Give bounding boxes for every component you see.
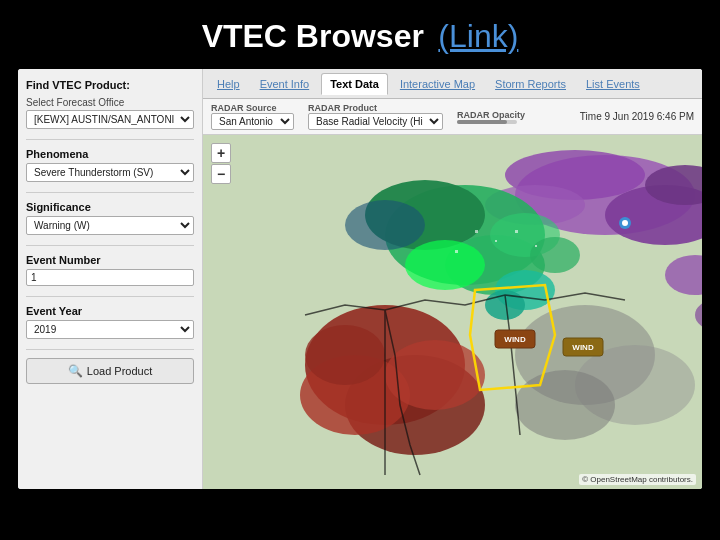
svg-point-20 xyxy=(515,370,615,440)
radar-time: Time 9 Jun 2019 6:46 PM xyxy=(580,111,694,122)
time-value: 9 Jun 2019 6:46 PM xyxy=(604,111,694,122)
significance-label: Significance xyxy=(26,201,194,213)
svg-rect-25 xyxy=(475,230,478,233)
opacity-fill xyxy=(457,120,507,124)
divider-1 xyxy=(26,139,194,140)
svg-text:WIND: WIND xyxy=(504,335,526,344)
radar-source-select[interactable]: San Antonio xyxy=(211,113,294,130)
svg-rect-29 xyxy=(455,250,458,253)
radar-opacity-label: RADAR Opacity xyxy=(457,110,525,120)
divider-3 xyxy=(26,245,194,246)
radar-product-label: RADAR Product xyxy=(308,103,443,113)
event-year-select[interactable]: 2019 xyxy=(26,320,194,339)
svg-point-36 xyxy=(622,220,628,226)
vtec-container: Find VTEC Product: Select Forecast Offic… xyxy=(18,69,702,489)
load-product-label: Load Product xyxy=(87,365,152,377)
tab-help[interactable]: Help xyxy=(209,74,248,94)
opacity-track[interactable] xyxy=(457,120,517,124)
map-area[interactable]: WIND WIND + − © OpenStreetMap contributo… xyxy=(203,135,702,489)
event-year-label: Event Year xyxy=(26,305,194,317)
svg-point-9 xyxy=(405,240,485,290)
phenomena-select[interactable]: Severe Thunderstorm (SV) xyxy=(26,163,194,182)
radar-product-group: RADAR Product Base Radial Velocity (Hi xyxy=(308,103,443,130)
forecast-office-label: Select Forecast Office xyxy=(26,97,194,108)
sidebar: Find VTEC Product: Select Forecast Offic… xyxy=(18,69,203,489)
divider-5 xyxy=(26,349,194,350)
event-number-label: Event Number xyxy=(26,254,194,266)
tab-storm-reports[interactable]: Storm Reports xyxy=(487,74,574,94)
tab-list-events[interactable]: List Events xyxy=(578,74,648,94)
svg-point-24 xyxy=(530,237,580,273)
svg-rect-27 xyxy=(515,230,518,233)
title-bar: VTEC Browser (Link) xyxy=(0,0,720,69)
tab-event-info[interactable]: Event Info xyxy=(252,74,318,94)
radar-source-group: RADAR Source San Antonio xyxy=(211,103,294,130)
radar-map: WIND WIND xyxy=(203,135,702,489)
title-link[interactable]: (Link) xyxy=(438,18,518,54)
load-product-button[interactable]: 🔍 Load Product xyxy=(26,358,194,384)
svg-text:WIND: WIND xyxy=(572,343,594,352)
map-zoom-controls: + − xyxy=(211,143,231,184)
radar-product-select[interactable]: Base Radial Velocity (Hi xyxy=(308,113,443,130)
svg-rect-26 xyxy=(495,240,497,242)
page-title: VTEC Browser xyxy=(202,18,424,54)
find-vtec-label: Find VTEC Product: xyxy=(26,79,194,91)
nav-tabs: Help Event Info Text Data Interactive Ma… xyxy=(203,69,702,99)
svg-rect-28 xyxy=(535,245,537,247)
divider-2 xyxy=(26,192,194,193)
radar-opacity-group: RADAR Opacity xyxy=(457,110,525,124)
event-number-input[interactable] xyxy=(26,269,194,286)
zoom-out-button[interactable]: − xyxy=(211,164,231,184)
radar-source-label: RADAR Source xyxy=(211,103,294,113)
search-icon: 🔍 xyxy=(68,364,83,378)
tab-interactive-map[interactable]: Interactive Map xyxy=(392,74,483,94)
forecast-office-select[interactable]: [KEWX] AUSTIN/SAN_ANTONIO xyxy=(26,110,194,129)
time-label: Time xyxy=(580,111,602,122)
significance-select[interactable]: Warning (W) xyxy=(26,216,194,235)
radar-controls: RADAR Source San Antonio RADAR Product B… xyxy=(203,99,702,135)
map-attribution: © OpenStreetMap contributors. xyxy=(579,474,696,485)
zoom-in-button[interactable]: + xyxy=(211,143,231,163)
divider-4 xyxy=(26,296,194,297)
main-content: Help Event Info Text Data Interactive Ma… xyxy=(203,69,702,489)
svg-point-10 xyxy=(345,200,425,250)
opacity-bar xyxy=(457,120,525,124)
tab-text-data[interactable]: Text Data xyxy=(321,73,388,95)
svg-point-17 xyxy=(305,325,385,385)
phenomena-label: Phenomena xyxy=(26,148,194,160)
